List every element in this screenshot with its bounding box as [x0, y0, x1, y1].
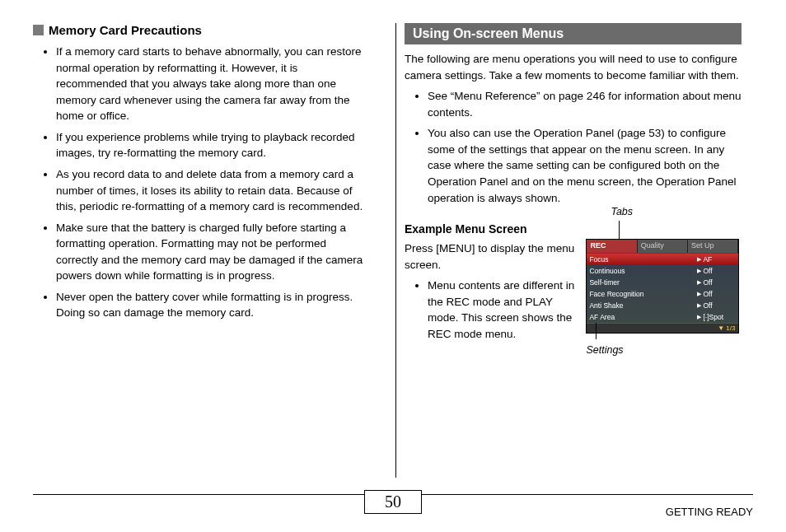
menu-page-indicator: ▼ 1/3 — [587, 324, 738, 333]
menu-row[interactable]: AF Area▶[·]Spot — [587, 311, 738, 323]
menu-row-label: AF Area — [589, 313, 695, 321]
menu-row-value: Off — [703, 301, 736, 310]
square-bullet-icon — [33, 25, 44, 35]
arrow-right-icon: ▶ — [697, 279, 701, 286]
menu-tab-rec[interactable]: REC — [587, 240, 637, 253]
page-footer: 50 GETTING READY — [33, 494, 753, 522]
menu-tab-quality[interactable]: Quality — [638, 240, 688, 253]
section-label: GETTING READY — [666, 499, 753, 518]
menu-row-label: Self-timer — [589, 278, 695, 287]
camera-menu-screen: REC Quality Set Up Focus▶AFContinuous▶Of… — [586, 239, 739, 334]
left-column: Memory Card Precautions If a memory card… — [33, 23, 379, 478]
menu-row-value: AF — [703, 255, 736, 264]
list-item: Never open the battery cover while forma… — [56, 289, 371, 321]
arrow-right-icon: ▶ — [697, 291, 701, 297]
intro-text: The following are menu operations you wi… — [405, 51, 742, 83]
example-heading: Example Menu Screen — [405, 222, 576, 236]
menu-settings-list: Focus▶AFContinuous▶OffSelf-timer▶OffFace… — [587, 253, 738, 324]
arrow-right-icon: ▶ — [697, 302, 701, 309]
settings-lead-line — [596, 323, 597, 339]
list-item: Menu contents are different in the REC m… — [428, 278, 576, 342]
tabs-lead-line — [619, 221, 620, 239]
menu-page-text: 1/3 — [726, 324, 735, 332]
list-item: As you record data to and delete data fr… — [56, 166, 371, 215]
memory-card-heading: Memory Card Precautions — [33, 23, 371, 37]
menu-row[interactable]: Continuous▶Off — [587, 265, 738, 277]
arrow-down-icon: ▼ — [718, 324, 724, 332]
memory-card-bullets: If a memory card starts to behave abnorm… — [33, 44, 371, 321]
menu-tab-setup[interactable]: Set Up — [688, 240, 738, 253]
menu-row-label: Face Recognition — [589, 290, 695, 298]
menu-row-value: Off — [703, 278, 736, 287]
menu-row[interactable]: Self-timer▶Off — [587, 277, 738, 288]
arrow-right-icon: ▶ — [697, 268, 701, 274]
menu-row-label: Continuous — [589, 267, 695, 275]
settings-callout-label: Settings — [586, 344, 623, 356]
heading-text: Memory Card Precautions — [49, 23, 202, 37]
example-bullets: Menu contents are different in the REC m… — [405, 278, 576, 342]
list-item: You also can use the Operation Panel (pa… — [428, 125, 742, 206]
menu-row-value: Off — [703, 267, 736, 275]
menu-row-label: Focus — [589, 255, 695, 264]
menu-row-label: Anti Shake — [589, 301, 695, 310]
page-number: 50 — [364, 490, 422, 514]
arrow-right-icon: ▶ — [697, 256, 701, 263]
menu-row-value: [·]Spot — [703, 313, 736, 321]
menu-tabs-bar: REC Quality Set Up — [587, 240, 738, 253]
arrow-right-icon: ▶ — [697, 314, 701, 320]
right-column: Using On-screen Menus The following are … — [395, 23, 742, 478]
menu-row-value: Off — [703, 290, 736, 298]
tabs-callout-label: Tabs — [611, 206, 633, 217]
list-item: See “Menu Reference” on page 246 for inf… — [428, 88, 742, 120]
onscreen-menus-banner: Using On-screen Menus — [405, 23, 742, 44]
menu-row[interactable]: Focus▶AF — [587, 254, 738, 265]
example-screen-figure: Tabs REC Quality Set Up Focus▶AFContinuo… — [586, 211, 742, 334]
list-item: If you experience problems while trying … — [56, 129, 371, 161]
example-instruction: Press [MENU] to display the menu screen. — [405, 240, 576, 273]
menu-row[interactable]: Face Recognition▶Off — [587, 288, 738, 300]
onscreen-menus-bullets: See “Menu Reference” on page 246 for inf… — [405, 88, 742, 206]
list-item: Make sure that the battery is charged fu… — [56, 220, 371, 284]
menu-row[interactable]: Anti Shake▶Off — [587, 300, 738, 311]
list-item: If a memory card starts to behave abnorm… — [56, 44, 371, 124]
example-text-block: Example Menu Screen Press [MENU] to disp… — [405, 211, 576, 347]
